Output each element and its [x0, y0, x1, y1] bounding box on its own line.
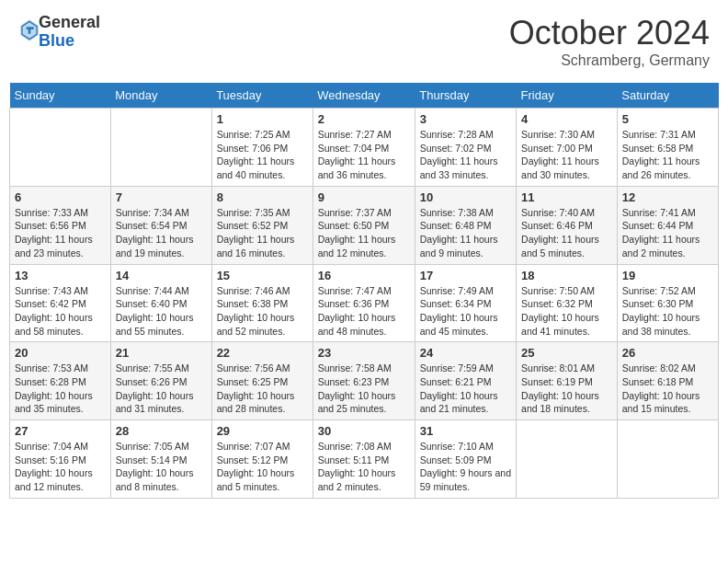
- day-number: 10: [420, 190, 511, 204]
- calendar-cell: 9Sunrise: 7:37 AMSunset: 6:50 PMDaylight…: [313, 186, 415, 264]
- month-title: October 2024: [509, 14, 710, 52]
- calendar-cell: 10Sunrise: 7:38 AMSunset: 6:48 PMDayligh…: [415, 186, 516, 264]
- calendar-cell: 12Sunrise: 7:41 AMSunset: 6:44 PMDayligh…: [617, 186, 718, 264]
- day-number: 1: [217, 112, 308, 126]
- day-info: Sunrise: 7:58 AMSunset: 6:23 PMDaylight:…: [318, 362, 410, 416]
- calendar-cell: 20Sunrise: 7:53 AMSunset: 6:28 PMDayligh…: [10, 342, 111, 420]
- logo-blue: Blue: [39, 31, 74, 50]
- calendar-cell: 17Sunrise: 7:49 AMSunset: 6:34 PMDayligh…: [415, 264, 516, 342]
- day-number: 12: [622, 190, 713, 204]
- day-info: Sunrise: 7:40 AMSunset: 6:46 PMDaylight:…: [521, 206, 612, 260]
- day-info: Sunrise: 7:41 AMSunset: 6:44 PMDaylight:…: [622, 206, 713, 260]
- calendar-cell: 19Sunrise: 7:52 AMSunset: 6:30 PMDayligh…: [617, 264, 718, 342]
- day-number: 3: [420, 112, 511, 126]
- column-header-wednesday: Wednesday: [313, 83, 415, 109]
- calendar-cell: 18Sunrise: 7:50 AMSunset: 6:32 PMDayligh…: [517, 264, 618, 342]
- day-info: Sunrise: 7:34 AMSunset: 6:54 PMDaylight:…: [116, 206, 207, 260]
- calendar-cell: [110, 109, 211, 187]
- day-number: 23: [318, 346, 410, 360]
- calendar-cell: 24Sunrise: 7:59 AMSunset: 6:21 PMDayligh…: [415, 342, 516, 420]
- day-number: 7: [116, 190, 207, 204]
- calendar-cell: 16Sunrise: 7:47 AMSunset: 6:36 PMDayligh…: [313, 264, 415, 342]
- calendar-week-row: 1Sunrise: 7:25 AMSunset: 7:06 PMDaylight…: [10, 109, 719, 187]
- day-info: Sunrise: 7:25 AMSunset: 7:06 PMDaylight:…: [217, 128, 308, 182]
- logo: General Blue: [18, 14, 100, 51]
- day-number: 2: [318, 112, 410, 126]
- day-info: Sunrise: 7:04 AMSunset: 5:16 PMDaylight:…: [15, 440, 106, 494]
- calendar-cell: [617, 420, 718, 499]
- calendar-week-row: 6Sunrise: 7:33 AMSunset: 6:56 PMDaylight…: [10, 186, 719, 264]
- calendar-cell: 22Sunrise: 7:56 AMSunset: 6:25 PMDayligh…: [211, 342, 313, 420]
- day-info: Sunrise: 7:05 AMSunset: 5:14 PMDaylight:…: [116, 440, 207, 494]
- calendar-cell: 6Sunrise: 7:33 AMSunset: 6:56 PMDaylight…: [10, 186, 111, 264]
- day-number: 18: [521, 269, 612, 282]
- day-number: 9: [318, 190, 410, 204]
- column-header-friday: Friday: [517, 83, 618, 109]
- day-info: Sunrise: 7:27 AMSunset: 7:04 PMDaylight:…: [318, 128, 410, 182]
- day-number: 26: [622, 346, 713, 360]
- day-number: 8: [217, 190, 308, 204]
- calendar-cell: 25Sunrise: 8:01 AMSunset: 6:19 PMDayligh…: [517, 342, 618, 420]
- day-number: 17: [420, 269, 511, 282]
- day-number: 30: [318, 424, 410, 438]
- day-info: Sunrise: 7:52 AMSunset: 6:30 PMDaylight:…: [622, 284, 713, 339]
- day-number: 21: [116, 346, 207, 360]
- calendar-week-row: 27Sunrise: 7:04 AMSunset: 5:16 PMDayligh…: [10, 420, 719, 499]
- calendar-cell: [10, 109, 111, 187]
- calendar-cell: 3Sunrise: 7:28 AMSunset: 7:02 PMDaylight…: [415, 109, 516, 187]
- calendar-cell: 29Sunrise: 7:07 AMSunset: 5:12 PMDayligh…: [211, 420, 313, 499]
- day-info: Sunrise: 7:33 AMSunset: 6:56 PMDaylight:…: [15, 206, 106, 260]
- day-info: Sunrise: 7:31 AMSunset: 6:58 PMDaylight:…: [622, 128, 713, 182]
- day-number: 27: [15, 424, 106, 438]
- day-info: Sunrise: 7:28 AMSunset: 7:02 PMDaylight:…: [420, 128, 511, 182]
- day-number: 16: [318, 269, 410, 282]
- calendar-cell: 8Sunrise: 7:35 AMSunset: 6:52 PMDaylight…: [211, 186, 313, 264]
- column-header-thursday: Thursday: [415, 83, 516, 109]
- day-number: 11: [521, 190, 612, 204]
- day-number: 14: [116, 269, 207, 282]
- day-info: Sunrise: 7:43 AMSunset: 6:42 PMDaylight:…: [15, 284, 106, 339]
- day-info: Sunrise: 7:08 AMSunset: 5:11 PMDaylight:…: [318, 440, 410, 494]
- calendar-header-row: SundayMondayTuesdayWednesdayThursdayFrid…: [10, 83, 719, 109]
- calendar-week-row: 13Sunrise: 7:43 AMSunset: 6:42 PMDayligh…: [10, 264, 719, 342]
- column-header-tuesday: Tuesday: [211, 83, 313, 109]
- day-number: 5: [622, 112, 713, 126]
- title-area: October 2024 Schramberg, Germany: [509, 14, 710, 69]
- day-info: Sunrise: 7:44 AMSunset: 6:40 PMDaylight:…: [116, 284, 207, 339]
- calendar-cell: 26Sunrise: 8:02 AMSunset: 6:18 PMDayligh…: [617, 342, 718, 420]
- column-header-saturday: Saturday: [617, 83, 718, 109]
- day-info: Sunrise: 7:07 AMSunset: 5:12 PMDaylight:…: [217, 440, 308, 494]
- day-number: 4: [521, 112, 612, 126]
- logo-icon: [20, 19, 39, 41]
- calendar-cell: 13Sunrise: 7:43 AMSunset: 6:42 PMDayligh…: [10, 264, 111, 342]
- calendar-week-row: 20Sunrise: 7:53 AMSunset: 6:28 PMDayligh…: [10, 342, 719, 420]
- calendar-cell: 23Sunrise: 7:58 AMSunset: 6:23 PMDayligh…: [313, 342, 415, 420]
- day-info: Sunrise: 8:02 AMSunset: 6:18 PMDaylight:…: [622, 362, 713, 416]
- day-number: 31: [420, 424, 511, 438]
- day-info: Sunrise: 7:50 AMSunset: 6:32 PMDaylight:…: [521, 284, 612, 339]
- column-header-sunday: Sunday: [10, 83, 111, 109]
- day-info: Sunrise: 7:46 AMSunset: 6:38 PMDaylight:…: [217, 284, 308, 339]
- day-info: Sunrise: 7:49 AMSunset: 6:34 PMDaylight:…: [420, 284, 511, 339]
- day-number: 25: [521, 346, 612, 360]
- day-info: Sunrise: 7:38 AMSunset: 6:48 PMDaylight:…: [420, 206, 511, 260]
- calendar-cell: 21Sunrise: 7:55 AMSunset: 6:26 PMDayligh…: [110, 342, 211, 420]
- day-info: Sunrise: 7:30 AMSunset: 7:00 PMDaylight:…: [521, 128, 612, 182]
- page-header: General Blue October 2024 Schramberg, Ge…: [9, 9, 719, 74]
- calendar-cell: 31Sunrise: 7:10 AMSunset: 5:09 PMDayligh…: [415, 420, 516, 499]
- calendar-table: SundayMondayTuesdayWednesdayThursdayFrid…: [9, 83, 719, 499]
- day-info: Sunrise: 7:35 AMSunset: 6:52 PMDaylight:…: [217, 206, 308, 260]
- day-info: Sunrise: 7:53 AMSunset: 6:28 PMDaylight:…: [15, 362, 106, 416]
- calendar-cell: 1Sunrise: 7:25 AMSunset: 7:06 PMDaylight…: [211, 109, 313, 187]
- day-number: 28: [116, 424, 207, 438]
- calendar-cell: 27Sunrise: 7:04 AMSunset: 5:16 PMDayligh…: [10, 420, 111, 499]
- day-number: 24: [420, 346, 511, 360]
- day-info: Sunrise: 8:01 AMSunset: 6:19 PMDaylight:…: [521, 362, 612, 416]
- day-info: Sunrise: 7:55 AMSunset: 6:26 PMDaylight:…: [116, 362, 207, 416]
- day-number: 22: [217, 346, 308, 360]
- calendar-cell: 2Sunrise: 7:27 AMSunset: 7:04 PMDaylight…: [313, 109, 415, 187]
- day-info: Sunrise: 7:47 AMSunset: 6:36 PMDaylight:…: [318, 284, 410, 339]
- day-number: 20: [15, 346, 106, 360]
- calendar-cell: 4Sunrise: 7:30 AMSunset: 7:00 PMDaylight…: [517, 109, 618, 187]
- calendar-cell: 5Sunrise: 7:31 AMSunset: 6:58 PMDaylight…: [617, 109, 718, 187]
